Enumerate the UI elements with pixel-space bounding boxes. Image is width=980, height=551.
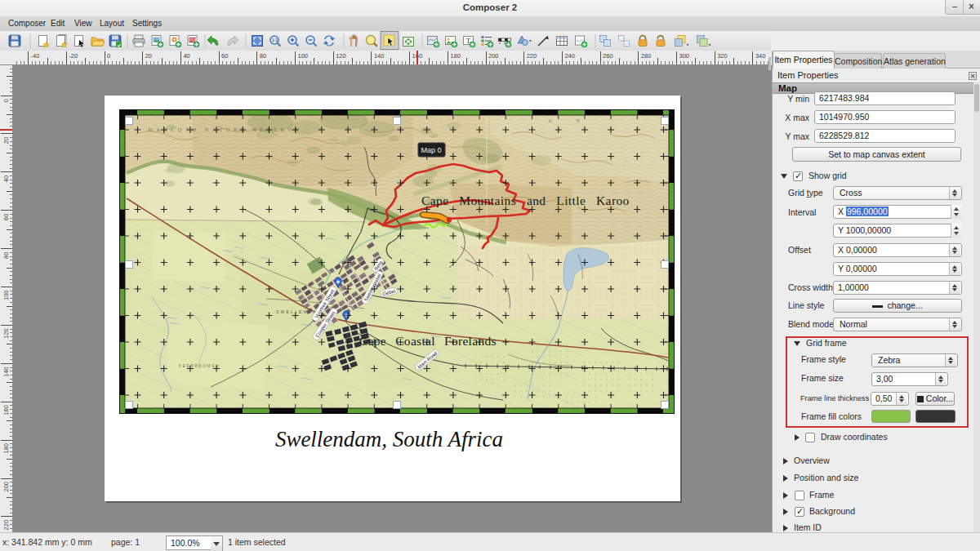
svg-text:220: 220 xyxy=(2,520,10,531)
svg-text:0: 0 xyxy=(2,99,10,102)
svg-text:120: 120 xyxy=(336,52,346,60)
svg-text:40: 40 xyxy=(183,52,189,60)
svg-text:40: 40 xyxy=(2,176,10,182)
svg-text:-20: -20 xyxy=(69,52,78,60)
svg-text:60: 60 xyxy=(221,52,228,60)
svg-text:120: 120 xyxy=(2,328,10,339)
svg-text:60: 60 xyxy=(2,214,10,220)
svg-text:KEERBOOMEN: KEERBOOMEN xyxy=(179,364,220,368)
svg-text:20: 20 xyxy=(2,137,10,144)
svg-text:300: 300 xyxy=(679,52,690,60)
svg-text:1:1: 1:1 xyxy=(272,38,278,42)
svg-text:140: 140 xyxy=(374,52,385,60)
svg-text:200: 200 xyxy=(2,482,10,492)
svg-text:340: 340 xyxy=(755,52,766,60)
svg-text:Cape Mountains and Little Karo: Cape Mountains and Little Karoo xyxy=(421,193,630,207)
svg-text:20: 20 xyxy=(145,52,152,60)
svg-text:80: 80 xyxy=(2,252,10,259)
svg-text:220: 220 xyxy=(527,52,537,60)
svg-text:100: 100 xyxy=(2,291,10,301)
svg-text:320: 320 xyxy=(717,52,728,60)
svg-text:80: 80 xyxy=(260,52,266,60)
svg-text:100: 100 xyxy=(298,52,309,60)
svg-text:-40: -40 xyxy=(31,52,40,60)
svg-text:260: 260 xyxy=(603,52,613,60)
svg-text:140: 140 xyxy=(2,367,10,377)
svg-text:240: 240 xyxy=(564,52,575,60)
svg-text:160: 160 xyxy=(2,405,10,415)
svg-text:Cape Coastal Forelands: Cape Coastal Forelands xyxy=(359,334,497,348)
svg-text:MARLOTH NATURE RESERVE: MARLOTH NATURE RESERVE xyxy=(148,127,301,132)
svg-text:200: 200 xyxy=(488,52,499,60)
svg-text:Map 0: Map 0 xyxy=(421,146,441,154)
svg-text:280: 280 xyxy=(641,52,652,60)
svg-text:0: 0 xyxy=(107,52,110,60)
svg-text:180: 180 xyxy=(450,52,461,60)
svg-text:180: 180 xyxy=(2,443,10,454)
